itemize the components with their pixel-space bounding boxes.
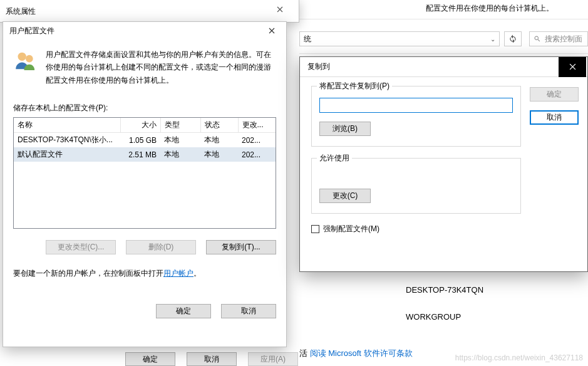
userprofiles-title: 用户配置文件 [9, 26, 54, 36]
ok-button[interactable]: 确定 [156, 304, 211, 318]
close-button-sysprops[interactable] [267, 4, 292, 18]
copyto-title: 复制到 [307, 61, 330, 72]
users-icon [13, 48, 38, 75]
search-input[interactable]: 搜索控制面 [529, 31, 588, 46]
stored-profiles-label: 储存在本机上的配置文件(P): [13, 103, 276, 113]
ok-button-bg[interactable]: 确定 [125, 352, 175, 366]
ok-button-copyto[interactable]: 确定 [530, 87, 579, 102]
watermark: https://blog.csdn.net/weixin_43627118 [455, 353, 583, 362]
cell-size: 2.51 MB [120, 147, 160, 162]
bg-dropdown-text: 统 [304, 34, 311, 44]
browse-button[interactable]: 浏览(B) [319, 122, 371, 136]
cell-status: 本地 [200, 133, 238, 148]
cell-status: 本地 [200, 147, 238, 162]
svg-point-1 [26, 55, 33, 63]
change-button[interactable]: 更改(C) [319, 189, 371, 203]
copy-to-dialog: 复制到 将配置文件复制到(P) 浏览(B) 允许使用 更改(C) 强制配置文件(… [299, 56, 588, 272]
workgroup-value: WORKGROUP [406, 312, 461, 322]
cancel-button-copyto[interactable]: 取消 [530, 110, 579, 125]
table-header-row: 名称 大小 类型 状态 更改... [14, 118, 276, 133]
close-button-userprofiles[interactable] [259, 22, 285, 39]
close-icon [269, 28, 275, 34]
cell-type: 本地 [160, 147, 200, 162]
sysprops-bottom-buttons: 确定 取消 应用(A) [125, 352, 298, 366]
copy-destination-legend: 将配置文件复制到(P) [317, 81, 392, 92]
delete-button[interactable]: 删除(D) [126, 240, 196, 254]
cell-name: 默认配置文件 [14, 147, 120, 162]
userprofiles-description: 用户配置文件存储桌面设置和其他与你的用户帐户有关的信息。可在你使用的每台计算机上… [46, 48, 276, 86]
close-icon [277, 6, 283, 13]
apply-button-bg[interactable]: 应用(A) [248, 352, 298, 366]
search-icon [534, 35, 541, 43]
cell-modified: 202... [238, 147, 276, 162]
col-status[interactable]: 状态 [200, 118, 238, 133]
permitted-legend: 允许使用 [317, 153, 352, 164]
cell-size: 1.05 GB [120, 133, 160, 148]
cancel-button[interactable]: 取消 [221, 304, 276, 318]
change-type-button[interactable]: 更改类型(C)... [46, 240, 116, 254]
cell-modified: 202... [238, 133, 276, 148]
mandatory-checkbox[interactable] [311, 225, 319, 233]
col-size[interactable]: 大小 [120, 118, 160, 133]
sysprops-title: 系统属性 [6, 6, 36, 17]
svg-point-0 [18, 53, 26, 61]
cell-type: 本地 [160, 133, 200, 148]
license-terms-link[interactable]: 阅读 Microsoft 软件许可条款 [310, 348, 413, 358]
user-accounts-link[interactable]: 用户帐户 [163, 269, 193, 278]
close-button-copyto[interactable] [559, 57, 586, 77]
copy-to-button[interactable]: 复制到(T)... [206, 240, 276, 254]
close-icon [569, 63, 576, 70]
cell-name: DESKTOP-73K4TQN\张小... [14, 133, 120, 148]
table-row[interactable]: DESKTOP-73K4TQN\张小... 1.05 GB 本地 本地 202.… [14, 133, 276, 148]
create-account-text: 要创建一个新的用户帐户，在控制面板中打开用户帐户。 [13, 268, 276, 279]
cancel-button-bg[interactable]: 取消 [187, 352, 237, 366]
search-placeholder: 搜索控制面 [545, 34, 582, 44]
destination-input[interactable] [319, 98, 513, 113]
system-properties-dialog: 系统属性 [0, 0, 299, 23]
col-type[interactable]: 类型 [160, 118, 200, 133]
mandatory-label: 强制配置文件(M) [323, 224, 379, 234]
bg-desc-text: 配置文件用在你使用的每台计算机上。 [426, 3, 554, 14]
bg-dropdown[interactable]: 统 ⌄ [299, 31, 500, 46]
chevron-down-icon: ⌄ [490, 36, 495, 43]
refresh-button[interactable] [504, 31, 522, 46]
profiles-table[interactable]: 名称 大小 类型 状态 更改... DESKTOP-73K4TQN\张小... … [13, 117, 276, 229]
computer-name-value: DESKTOP-73K4TQN [406, 285, 483, 295]
permitted-group: 允许使用 更改(C) [311, 158, 521, 214]
col-modified[interactable]: 更改... [238, 118, 276, 133]
col-name[interactable]: 名称 [14, 118, 120, 133]
table-row[interactable]: 默认配置文件 2.51 MB 本地 本地 202... [14, 147, 276, 162]
copy-destination-group: 将配置文件复制到(P) 浏览(B) [311, 86, 521, 147]
refresh-icon [508, 34, 517, 43]
activation-text: 活 阅读 Microsoft 软件许可条款 [299, 348, 413, 359]
user-profiles-dialog: 用户配置文件 用户配置文件存储桌面设置和其他与你的用户帐户有关的信息。可在你使用… [3, 21, 287, 347]
